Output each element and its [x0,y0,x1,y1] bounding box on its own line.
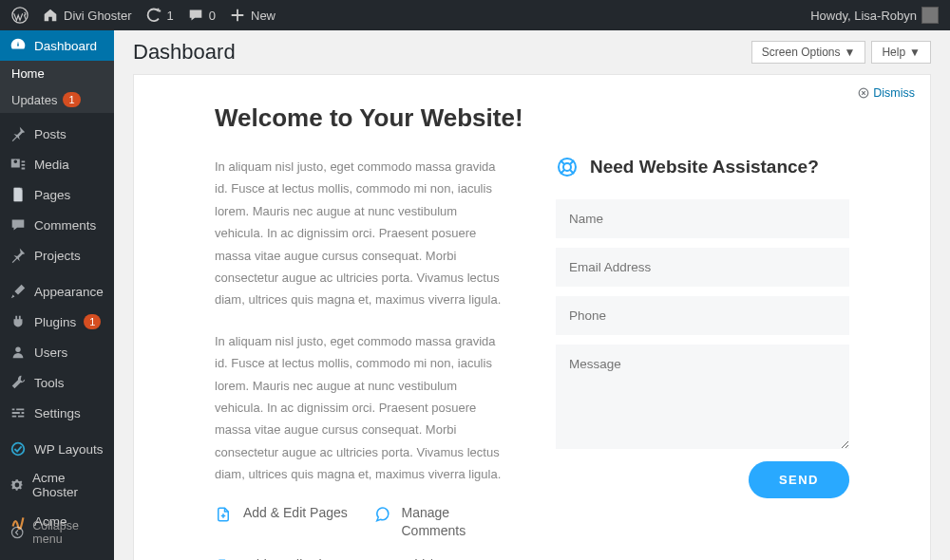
refresh-icon [145,7,162,24]
chat-icon [373,506,390,523]
menu-label: Pages [34,188,70,202]
welcome-left-column: In aliquam nisl justo, eget commodo mass… [215,156,508,560]
assist-heading: Need Website Assistance? [556,156,849,178]
menu-label: Tools [34,376,65,390]
svg-point-8 [563,163,571,171]
menu-label: Comments [34,218,96,233]
quick-edit-posts[interactable]: Add & Edit Blog Posts [215,556,351,560]
menu-acme-ghoster[interactable]: Acme Ghoster [0,464,114,506]
phone-input[interactable] [556,296,849,335]
quick-label: Add / Remove Users [402,556,509,560]
main-content: Dashboard Screen Options ▼ Help ▼ Dismis… [114,30,950,560]
welcome-paragraph: In aliquam nisl justo, eget commodo mass… [215,330,508,486]
plug-icon [10,313,27,330]
quick-label: Add & Edit Blog Posts [243,556,351,560]
admin-bar-left: Divi Ghoster 1 0 New [11,7,276,24]
menu-dashboard[interactable]: Dashboard [0,30,114,61]
dismiss-label: Dismiss [873,86,915,100]
updates-count-label: 1 [167,9,174,23]
account-link[interactable]: Howdy, Lisa-Robyn [810,7,939,24]
page-title: Dashboard [133,40,236,65]
quick-manage-comments[interactable]: Manage Comments [373,504,509,538]
dismiss-icon [858,87,869,99]
pin-icon [10,247,27,264]
comment-icon [187,7,204,24]
layout-icon [10,440,27,457]
welcome-title: Welcome to Your Website! [215,103,849,133]
quick-label: Add & Edit Pages [243,504,348,521]
comments-link[interactable]: 0 [187,7,216,24]
submenu-label: Home [11,66,45,81]
svg-rect-1 [14,188,23,201]
menu-wp-layouts[interactable]: WP Layouts [0,434,114,464]
wp-logo[interactable] [11,7,28,24]
submenu-updates[interactable]: Updates1 [0,86,114,113]
menu-label: Posts [34,127,66,141]
menu-comments[interactable]: Comments [0,210,114,240]
menu-projects[interactable]: Projects [0,240,114,271]
badge: 1 [84,314,101,329]
welcome-paragraph: In aliquam nisl justo, eget commodo mass… [215,156,508,311]
collapse-menu[interactable]: Collapse menu [0,513,114,552]
site-name-label: Divi Ghoster [64,9,132,23]
howdy-label: Howdy, Lisa-Robyn [810,9,917,23]
new-label: New [251,9,276,23]
menu-users[interactable]: Users [0,337,114,367]
menu-appearance[interactable]: Appearance [0,276,114,307]
file-plus-icon [215,506,232,523]
screen-meta-buttons: Screen Options ▼ Help ▼ [751,41,931,64]
menu-pages[interactable]: Pages [0,179,114,210]
menu-posts[interactable]: Posts [0,119,114,149]
menu-media[interactable]: Media [0,149,114,179]
quick-label: Manage Comments [402,504,509,538]
menu-tools[interactable]: Tools [0,367,114,398]
quick-edit-pages[interactable]: Add & Edit Pages [215,504,351,538]
email-input[interactable] [556,248,849,287]
assist-heading-label: Need Website Assistance? [590,157,819,177]
updates-link[interactable]: 1 [145,7,174,24]
menu-label: Plugins [34,315,76,329]
menu-label: Projects [34,249,81,263]
assist-column: Need Website Assistance? SEND [556,156,849,560]
wordpress-icon [11,7,28,24]
submenu-home[interactable]: Home [0,61,114,86]
page-header: Dashboard Screen Options ▼ Help ▼ [133,40,931,65]
admin-bar: Divi Ghoster 1 0 New Howdy, Lisa-Robyn [0,0,950,30]
quick-links: Add & Edit Pages Manage Comments Add & E… [215,504,508,560]
new-link[interactable]: New [229,7,276,24]
help-button[interactable]: Help ▼ [871,41,931,64]
menu-label: Appearance [34,285,104,299]
dismiss-button[interactable]: Dismiss [858,86,915,100]
plus-icon [229,7,246,24]
lifebuoy-icon [556,156,579,178]
gear-icon [10,476,25,494]
svg-point-2 [15,347,20,352]
menu-settings[interactable]: Settings [0,398,114,428]
button-label: Help [882,46,905,59]
brush-icon [10,283,27,300]
name-input[interactable] [556,199,849,238]
wrench-icon [10,374,27,391]
site-link[interactable]: Divi Ghoster [42,7,132,24]
svg-point-3 [12,443,25,456]
chevron-down-icon: ▼ [845,46,856,59]
user-icon [10,344,27,361]
menu-label: Settings [34,406,81,420]
home-icon [42,7,59,24]
menu-label: Acme Ghoster [32,471,104,499]
admin-bar-right: Howdy, Lisa-Robyn [810,7,939,24]
admin-sidebar: Dashboard Home Updates1 Posts Media Page… [0,30,114,560]
send-button[interactable]: SEND [749,461,849,498]
dashboard-icon [10,37,27,54]
message-input[interactable] [556,345,849,449]
button-label: Screen Options [762,46,841,59]
submenu-dashboard: Home Updates1 [0,61,114,113]
menu-plugins[interactable]: Plugins1 [0,307,114,337]
collapse-label: Collapse menu [32,519,104,546]
quick-add-users[interactable]: Add / Remove Users [373,556,509,560]
svg-point-4 [11,527,22,537]
menu-label: Media [34,158,69,172]
page-icon [10,186,27,203]
screen-options-button[interactable]: Screen Options ▼ [751,41,866,64]
comments-count-label: 0 [209,9,216,23]
